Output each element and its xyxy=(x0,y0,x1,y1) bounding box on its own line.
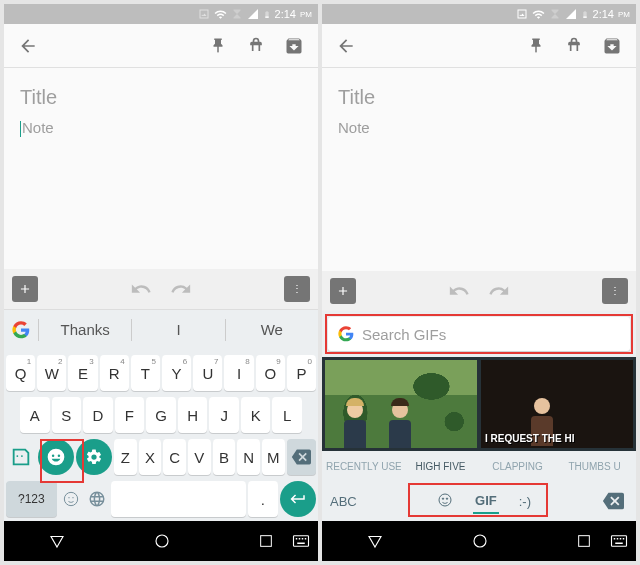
key-i[interactable]: I8 xyxy=(224,355,253,391)
enter-key[interactable] xyxy=(280,481,316,517)
gif-thumb-2[interactable]: I REQUEST THE HI xyxy=(481,360,633,448)
svg-rect-19 xyxy=(620,538,622,540)
highlight-emoji xyxy=(40,439,84,483)
key-l[interactable]: L xyxy=(272,397,302,433)
back-button[interactable] xyxy=(12,30,44,62)
key-j[interactable]: J xyxy=(209,397,239,433)
abc-button[interactable]: ABC xyxy=(330,494,370,509)
title-input[interactable]: Title xyxy=(338,86,620,109)
menu-button[interactable]: ⋮ xyxy=(284,276,310,302)
key-y[interactable]: Y6 xyxy=(162,355,191,391)
nav-recent-icon[interactable] xyxy=(576,533,592,549)
backspace-key[interactable] xyxy=(287,439,316,475)
key-u[interactable]: U7 xyxy=(193,355,222,391)
navigation-bar xyxy=(322,521,636,561)
phone-left: 2:14 PM Title Note ⋮ xyxy=(4,4,318,561)
status-time: 2:14 xyxy=(275,8,296,20)
space-key[interactable] xyxy=(111,481,246,517)
note-input[interactable]: Note xyxy=(338,119,620,136)
emoji-small-key[interactable] xyxy=(59,481,83,517)
add-button[interactable] xyxy=(330,278,356,304)
key-v[interactable]: V xyxy=(188,439,211,475)
redo-button[interactable] xyxy=(166,274,196,304)
battery-icon xyxy=(263,8,271,21)
status-period: PM xyxy=(618,10,630,19)
symbols-key[interactable]: ?123 xyxy=(6,481,57,517)
add-button[interactable] xyxy=(12,276,38,302)
gif-cat-clapping[interactable]: CLAPPING xyxy=(480,461,555,472)
key-s[interactable]: S xyxy=(52,397,82,433)
nav-home-icon[interactable] xyxy=(471,532,489,550)
nav-keyboard-icon[interactable] xyxy=(610,534,628,548)
nav-recent-icon[interactable] xyxy=(258,533,274,549)
key-m[interactable]: M xyxy=(262,439,285,475)
note-content: Title Note xyxy=(322,68,636,271)
pin-button[interactable] xyxy=(520,30,552,62)
key-h[interactable]: H xyxy=(178,397,208,433)
google-logo-button[interactable] xyxy=(4,321,38,339)
key-r[interactable]: R4 xyxy=(100,355,129,391)
suggestion-3[interactable]: We xyxy=(225,319,318,341)
gif-cat-highfive[interactable]: HIGH FIVE xyxy=(403,461,478,472)
svg-rect-10 xyxy=(297,543,305,545)
key-g[interactable]: G xyxy=(146,397,176,433)
status-bar: 2:14 PM xyxy=(322,4,636,24)
battery-icon xyxy=(581,8,589,21)
wifi-icon xyxy=(532,8,545,21)
period-key[interactable]: . xyxy=(248,481,278,517)
gif-bottom-bar: ABC GIF :-) xyxy=(322,481,636,521)
suggestion-2[interactable]: I xyxy=(131,319,224,341)
key-c[interactable]: C xyxy=(163,439,186,475)
sticker-key[interactable] xyxy=(6,439,36,475)
key-d[interactable]: D xyxy=(83,397,113,433)
key-t[interactable]: T5 xyxy=(131,355,160,391)
key-x[interactable]: X xyxy=(139,439,162,475)
nav-back-icon[interactable] xyxy=(366,532,384,550)
key-k[interactable]: K xyxy=(241,397,271,433)
reminder-button[interactable] xyxy=(558,30,590,62)
keyboard: Q1W2E3R4T5Y6U7I8O9P0 ASDFGHJKL ZXCVBNM ?… xyxy=(4,349,318,521)
note-input[interactable]: Note xyxy=(20,119,302,137)
svg-rect-21 xyxy=(615,543,623,545)
redo-button[interactable] xyxy=(484,276,514,306)
key-q[interactable]: Q1 xyxy=(6,355,35,391)
globe-key[interactable] xyxy=(85,481,109,517)
key-b[interactable]: B xyxy=(213,439,236,475)
svg-rect-18 xyxy=(617,538,619,540)
nav-home-icon[interactable] xyxy=(153,532,171,550)
pin-button[interactable] xyxy=(202,30,234,62)
backspace-button[interactable] xyxy=(598,488,628,514)
nav-back-icon[interactable] xyxy=(48,532,66,550)
svg-point-1 xyxy=(68,497,69,498)
gif-cat-thumbs[interactable]: THUMBS U xyxy=(557,461,632,472)
title-input[interactable]: Title xyxy=(20,86,302,109)
svg-rect-8 xyxy=(302,538,304,540)
no-sim-icon xyxy=(231,8,243,20)
nav-keyboard-icon[interactable] xyxy=(292,534,310,548)
svg-rect-4 xyxy=(261,536,272,547)
key-z[interactable]: Z xyxy=(114,439,137,475)
svg-point-2 xyxy=(72,497,73,498)
key-a[interactable]: A xyxy=(20,397,50,433)
undo-button[interactable] xyxy=(126,274,156,304)
menu-button[interactable]: ⋮ xyxy=(602,278,628,304)
undo-button[interactable] xyxy=(444,276,474,306)
key-n[interactable]: N xyxy=(237,439,260,475)
suggestion-1[interactable]: Thanks xyxy=(38,319,131,341)
suggestion-bar: Thanks I We xyxy=(4,309,318,349)
gif-thumb-1[interactable] xyxy=(325,360,477,448)
reminder-button[interactable] xyxy=(240,30,272,62)
gif-cat-recent[interactable]: RECENTLY USED xyxy=(326,461,401,472)
archive-button[interactable] xyxy=(596,30,628,62)
key-p[interactable]: P0 xyxy=(287,355,316,391)
signal-icon xyxy=(247,8,259,20)
key-o[interactable]: O9 xyxy=(256,355,285,391)
svg-rect-5 xyxy=(294,536,309,547)
wifi-icon xyxy=(214,8,227,21)
key-e[interactable]: E3 xyxy=(68,355,97,391)
back-button[interactable] xyxy=(330,30,362,62)
key-w[interactable]: W2 xyxy=(37,355,66,391)
navigation-bar xyxy=(4,521,318,561)
key-f[interactable]: F xyxy=(115,397,145,433)
archive-button[interactable] xyxy=(278,30,310,62)
